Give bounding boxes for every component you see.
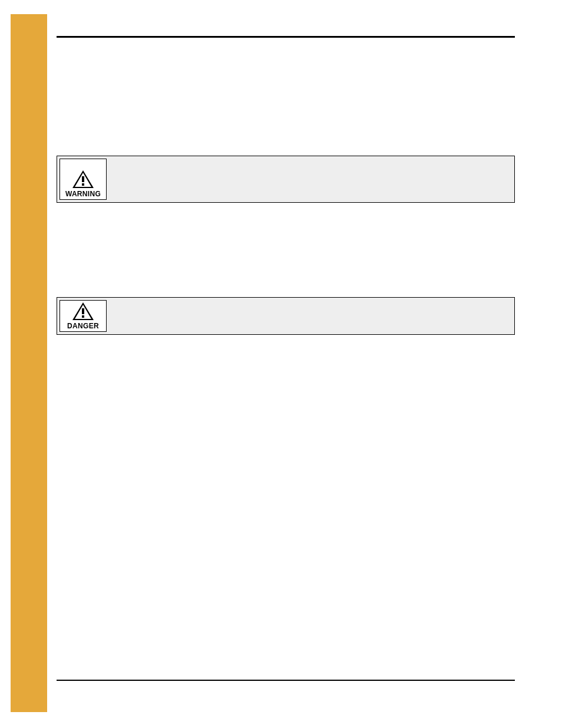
danger-body <box>109 298 514 334</box>
danger-label-box: DANGER <box>59 300 107 332</box>
warning-icon <box>71 170 95 190</box>
footer-rule <box>57 680 515 681</box>
header-rule <box>57 14 515 38</box>
warning-label-box: WARNING <box>59 159 107 200</box>
danger-icon <box>71 302 95 322</box>
page-content: WARNING DANGER <box>57 14 515 711</box>
svg-rect-3 <box>82 183 84 186</box>
warning-body <box>109 156 514 202</box>
warning-callout: WARNING <box>57 156 515 203</box>
warning-label-text: WARNING <box>65 190 101 198</box>
danger-callout: DANGER <box>57 297 515 335</box>
svg-rect-7 <box>82 315 84 318</box>
side-bar <box>11 14 47 712</box>
body: WARNING DANGER <box>57 156 515 335</box>
svg-rect-6 <box>82 308 84 314</box>
svg-rect-2 <box>82 176 84 182</box>
danger-label-text: DANGER <box>67 322 99 330</box>
